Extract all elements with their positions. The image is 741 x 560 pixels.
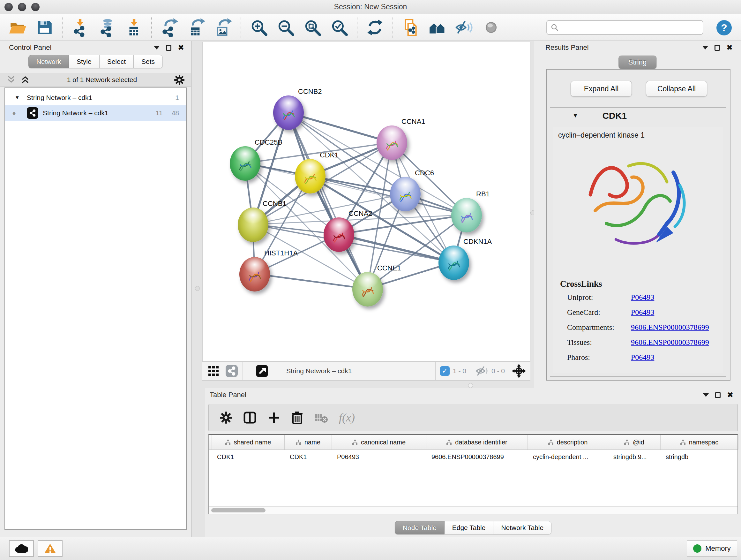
column-header-name[interactable]: name: [285, 435, 332, 449]
network-panel-settings-gear-icon[interactable]: [174, 74, 185, 85]
panel-menu-icon[interactable]: [702, 46, 708, 50]
collection-expand-triangle-icon[interactable]: ▼: [15, 95, 20, 101]
cell-database-identifier[interactable]: 9606.ENSP00000378699: [426, 450, 528, 464]
network-collection-row[interactable]: ▼ String Network – cdk1 1: [5, 90, 186, 105]
collapse-all-button[interactable]: Collapse All: [646, 81, 707, 97]
tab-node-table[interactable]: Node Table: [395, 521, 445, 535]
tab-network[interactable]: Network: [28, 55, 69, 68]
first-neighbors-icon[interactable]: [428, 18, 447, 37]
section-collapse-triangle-icon[interactable]: ▼: [572, 112, 578, 119]
tab-edge-table[interactable]: Edge Table: [445, 521, 494, 535]
panel-close-icon[interactable]: ✖: [726, 44, 733, 51]
node-hist1h1a[interactable]: [239, 257, 270, 292]
panel-menu-icon[interactable]: [154, 46, 159, 50]
show-columns-icon[interactable]: [243, 411, 257, 424]
zoom-in-icon[interactable]: [250, 18, 268, 37]
hide-selected-icon[interactable]: [455, 18, 474, 37]
network-overview-icon[interactable]: [225, 365, 238, 377]
zoom-fit-content-icon[interactable]: [303, 18, 322, 37]
birdseye-grid-icon[interactable]: [207, 365, 219, 377]
column-header-namespac[interactable]: namespac: [661, 435, 738, 449]
node-ccnb1[interactable]: [238, 207, 268, 242]
panel-float-icon[interactable]: [715, 392, 721, 398]
warnings-button[interactable]: [38, 540, 63, 557]
expand-all-networks-icon[interactable]: [20, 76, 30, 84]
panel-menu-icon[interactable]: [703, 393, 709, 397]
detach-view-icon[interactable]: [256, 365, 268, 377]
show-all-icon[interactable]: [482, 18, 500, 37]
node-ccne1[interactable]: [352, 272, 383, 307]
panel-float-icon[interactable]: [166, 45, 172, 51]
cell-name[interactable]: CDK1: [285, 450, 332, 464]
crosslink-link[interactable]: P06493: [631, 293, 654, 302]
node-rb1[interactable]: [451, 198, 482, 233]
node-cdk1[interactable]: [295, 159, 326, 193]
crosslink-link[interactable]: 9606.ENSP00000378699: [631, 323, 709, 332]
cell-canonical-name[interactable]: P06493: [332, 450, 426, 464]
node-ccna1[interactable]: [377, 125, 407, 160]
panel-float-icon[interactable]: [715, 45, 720, 51]
cell-shared-name[interactable]: CDK1: [212, 450, 285, 464]
new-network-from-selection-icon[interactable]: [401, 18, 420, 37]
network-canvas[interactable]: CCNB2CCNA1CDC25BCDK1CDC6RB1CCNB1CCNA2CDK…: [202, 42, 530, 361]
bottom-splitter-handle[interactable]: [468, 383, 473, 388]
memory-button[interactable]: Memory: [687, 540, 737, 557]
delete-column-trash-icon[interactable]: [291, 411, 303, 424]
node-cdkn1a[interactable]: [439, 246, 469, 280]
scrollbar-thumb[interactable]: [211, 508, 266, 512]
column-header-shared-name[interactable]: shared name: [212, 435, 285, 449]
collapse-all-networks-icon[interactable]: [6, 76, 16, 84]
cell--id[interactable]: stringdb:9...: [608, 450, 661, 464]
edge-CCNB2-CCNA1[interactable]: [288, 113, 391, 143]
tab-select[interactable]: Select: [99, 55, 134, 68]
search-input[interactable]: [562, 24, 703, 31]
import-network-from-file-icon[interactable]: [71, 18, 89, 37]
node-ccnb2[interactable]: [273, 96, 304, 130]
protein-ribbon-thumbnail: [300, 168, 320, 188]
selected-nodes-checkbox[interactable]: ✓: [440, 366, 450, 376]
node-cdc6[interactable]: [390, 177, 421, 211]
tab-network-table[interactable]: Network Table: [493, 521, 551, 535]
import-network-from-database-icon[interactable]: [98, 18, 116, 37]
node-cdc25b[interactable]: [230, 146, 260, 181]
cell-namespac[interactable]: stringdb: [661, 450, 738, 464]
zoom-out-icon[interactable]: [276, 18, 295, 37]
crosslink-link[interactable]: P06493: [631, 308, 654, 317]
table-settings-gear-icon[interactable]: [219, 411, 232, 424]
tab-style[interactable]: Style: [69, 55, 99, 68]
export-network-icon[interactable]: [160, 18, 179, 37]
create-column-icon[interactable]: [267, 411, 280, 424]
cloud-button[interactable]: [9, 540, 34, 557]
column-header-database-identifier[interactable]: database identifier: [426, 435, 528, 449]
cell-description[interactable]: cyclin-dependent ...: [528, 450, 608, 464]
column-header-canonical-name[interactable]: canonical name: [332, 435, 426, 449]
left-splitter-handle[interactable]: [195, 286, 200, 291]
import-table-from-file-icon[interactable]: [125, 18, 143, 37]
open-session-icon[interactable]: [8, 18, 27, 37]
tab-string[interactable]: String: [618, 56, 657, 69]
crosslink-link[interactable]: 9606.ENSP00000378699: [631, 338, 709, 347]
edge-HIST1H1A-CCNE1[interactable]: [255, 274, 367, 289]
panel-close-icon[interactable]: ✖: [178, 44, 184, 51]
network-row-selected[interactable]: ● String Network – cdk1 11 48: [5, 105, 186, 121]
tab-sets[interactable]: Sets: [134, 55, 163, 68]
refresh-network-view-icon[interactable]: [366, 18, 384, 37]
table-row[interactable]: CDK1CDK1P064939606.ENSP00000378699cyclin…: [209, 450, 738, 464]
edge-CCNB2-CCNE1[interactable]: [288, 113, 367, 289]
hidden-items-eye-slash-icon[interactable]: [475, 366, 488, 376]
export-table-icon[interactable]: [187, 18, 205, 37]
save-session-icon[interactable]: [35, 18, 54, 37]
expand-all-button[interactable]: Expand All: [570, 81, 632, 97]
column-header-description[interactable]: description: [528, 435, 608, 449]
node-table[interactable]: shared namenamecanonical namedatabase id…: [208, 434, 738, 514]
crosslink-link[interactable]: P06493: [631, 353, 654, 362]
zoom-selected-icon[interactable]: [330, 18, 348, 37]
export-image-icon[interactable]: [214, 18, 232, 37]
column-header--id[interactable]: @id: [608, 435, 661, 449]
panel-close-icon[interactable]: ✖: [727, 391, 733, 399]
pan-crosshair-icon[interactable]: [512, 364, 526, 378]
search-field[interactable]: [546, 20, 703, 35]
node-ccna2[interactable]: [324, 217, 354, 252]
horizontal-scrollbar[interactable]: [209, 506, 738, 514]
help-button[interactable]: ?: [716, 20, 732, 36]
